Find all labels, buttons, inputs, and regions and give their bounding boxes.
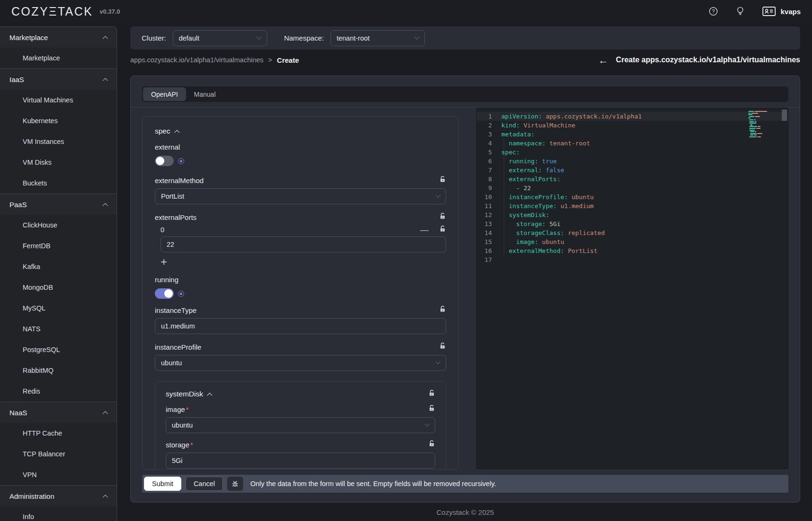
code-token: external: (501, 166, 542, 175)
code-token: apps.cozystack.io/v1alpha1 (542, 112, 642, 121)
minimap-row (748, 125, 780, 126)
sidebar-item-mysql[interactable]: MySQL (0, 298, 117, 319)
sidebar-section-paas: PaaSClickHouseFerretDBKafkaMongoDBMySQLN… (0, 194, 117, 402)
code-line: 9 - 22 (477, 184, 788, 193)
remove-item-button[interactable]: — (420, 226, 429, 234)
externalMethod-label: externalMethod (155, 176, 203, 185)
cancel-button[interactable]: Cancel (186, 477, 223, 491)
instanceProfile-select[interactable]: ubuntu (155, 355, 446, 371)
line-number: 2 (477, 121, 501, 130)
lock-icon[interactable] (439, 176, 446, 185)
sidebar-header-marketplace[interactable]: Marketplace (0, 27, 117, 48)
editor-minimap[interactable] (748, 111, 780, 140)
tab-manual[interactable]: Manual (186, 87, 224, 101)
code-line: 1apiVersion: apps.cozystack.io/v1alpha1 (477, 112, 788, 121)
code-token: 5Gi (546, 219, 560, 228)
default-value-icon[interactable] (178, 158, 184, 164)
instanceType-input[interactable] (155, 318, 446, 334)
sidebar-item-vm-disks[interactable]: VM Disks (0, 152, 117, 173)
sidebar-item-ferretdb[interactable]: FerretDB (0, 235, 117, 256)
storage-input[interactable] (166, 453, 435, 469)
field-image: image* ubuntu (166, 404, 435, 433)
lock-icon[interactable] (439, 305, 446, 315)
spec-section-header[interactable]: spec (155, 127, 446, 135)
lock-icon[interactable] (439, 212, 446, 222)
sidebar-header-label: Marketplace (9, 34, 48, 42)
lock-icon[interactable] (439, 342, 446, 352)
form-note: Only the data from the form will be sent… (250, 480, 496, 487)
yaml-editor[interactable]: 1apiVersion: apps.cozystack.io/v1alpha12… (476, 108, 788, 469)
lock-icon[interactable] (428, 440, 435, 449)
sidebar-header-paas[interactable]: PaaS (0, 194, 117, 215)
sidebar-header-naas[interactable]: NaaS (0, 402, 117, 423)
field-instanceProfile: instanceProfile ubuntu (155, 342, 446, 371)
sidebar-item-info[interactable]: Info (0, 506, 117, 521)
minimap-row (748, 138, 780, 139)
sidebar-item-http-cache[interactable]: HTTP Cache (0, 423, 117, 444)
sidebar-item-kubernetes[interactable]: Kubernetes (0, 110, 117, 131)
field-external: external (155, 143, 446, 166)
sidebar-item-rabbitmq[interactable]: RabbitMQ (0, 360, 117, 381)
breadcrumb-path[interactable]: apps.cozystack.io/v1alpha1/virtualmachin… (130, 56, 263, 64)
systemDisk-section-header[interactable]: systemDisk (166, 390, 211, 398)
editor-scrollbar[interactable] (782, 109, 787, 121)
app-logo: COZYΞTACK (11, 5, 93, 18)
externalMethod-select[interactable]: PortList (155, 188, 446, 204)
chevron-down-icon (435, 193, 440, 198)
sidebar-item-postgresql[interactable]: PostgreSQL (0, 339, 117, 360)
namespace-select[interactable]: tenant-root (330, 30, 425, 46)
help-icon[interactable]: ? (709, 7, 718, 16)
instanceType-label: instanceType (155, 306, 196, 314)
sidebar-item-nats[interactable]: NATS (0, 319, 117, 339)
external-toggle[interactable] (155, 156, 174, 166)
line-number: 15 (477, 237, 501, 246)
sidebar-item-virtual-machines[interactable]: Virtual Machines (0, 90, 117, 110)
openapi-form: spec external externalMethod (142, 116, 459, 470)
breadcrumb-row: apps.cozystack.io/v1alpha1/virtualmachin… (130, 50, 800, 70)
code-line: 2kind: VirtualMachine (477, 121, 788, 130)
lock-icon[interactable] (428, 389, 435, 399)
code-token: replicated (564, 228, 605, 237)
code-token: running: (501, 157, 538, 166)
debug-button[interactable] (227, 477, 243, 491)
sidebar-item-mongodb[interactable]: MongoDB (0, 277, 117, 298)
sidebar-item-kafka[interactable]: Kafka (0, 256, 117, 277)
sidebar-header-iaas[interactable]: IaaS (0, 69, 117, 90)
running-toggle[interactable] (155, 288, 174, 299)
sidebar-item-redis[interactable]: Redis (0, 381, 117, 402)
app-version: v0.37.0 (100, 8, 120, 15)
externalPorts-label: externalPorts (155, 213, 196, 221)
lock-icon[interactable] (428, 404, 435, 414)
code-token: true (538, 157, 557, 166)
sidebar-item-clickhouse[interactable]: ClickHouse (0, 215, 117, 235)
code-token: false (542, 166, 564, 175)
user-menu[interactable]: kvaps (762, 7, 801, 16)
default-value-icon[interactable] (178, 291, 184, 297)
minimap-row (748, 134, 780, 135)
sidebar-item-vm-instances[interactable]: VM Instances (0, 131, 117, 152)
image-select[interactable]: ubuntu (166, 417, 435, 433)
externalPorts-item-input[interactable] (161, 236, 446, 252)
indent-guide (504, 139, 504, 255)
sidebar-item-buckets[interactable]: Buckets (0, 173, 117, 193)
sidebar-header-label: NaaS (9, 409, 27, 417)
sidebar-item-tcp-balancer[interactable]: TCP Balancer (0, 444, 117, 464)
code-line: 8 externalPorts: (477, 175, 788, 184)
back-arrow-icon[interactable]: ← (599, 55, 609, 65)
chevron-up-icon (207, 393, 212, 398)
sidebar-item-vpn[interactable]: VPN (0, 464, 117, 485)
code-token: VirtualMachine (520, 121, 575, 130)
sidebar-header-administration[interactable]: Administration (0, 486, 117, 506)
line-number: 8 (477, 175, 501, 184)
chevron-up-icon (102, 495, 108, 500)
sidebar-item-marketplace[interactable]: Marketplace (0, 48, 117, 68)
tab-openapi[interactable]: OpenAPI (143, 87, 186, 101)
theme-lightbulb-icon[interactable] (736, 6, 744, 17)
code-token: metadata: (501, 130, 534, 139)
cluster-select[interactable]: default (173, 30, 267, 46)
chevron-up-icon (174, 130, 179, 135)
add-item-button[interactable]: + (161, 256, 167, 268)
context-bar: Cluster: default Namespace: tenant-root (130, 26, 800, 50)
submit-button[interactable]: Submit (144, 477, 181, 491)
lock-icon[interactable] (439, 225, 446, 235)
